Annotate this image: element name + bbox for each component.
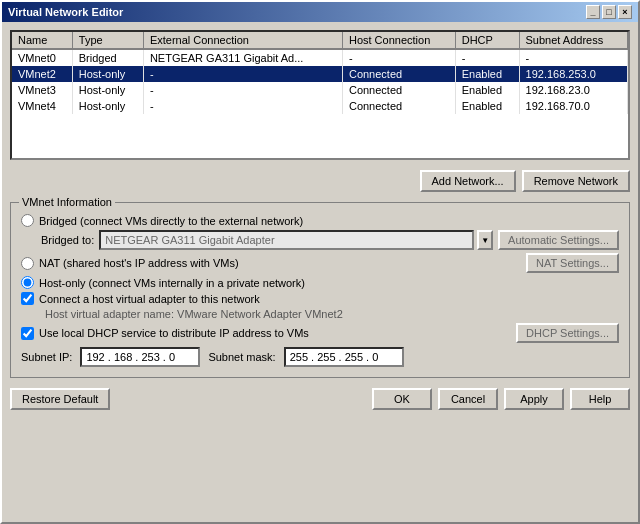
nat-label: NAT (shared host's IP address with VMs) bbox=[39, 257, 239, 269]
col-name: Name bbox=[12, 32, 72, 49]
auto-settings-button[interactable]: Automatic Settings... bbox=[498, 230, 619, 250]
dhcp-settings-button[interactable]: DHCP Settings... bbox=[516, 323, 619, 343]
hostonly-radio-row: Host-only (connect VMs internally in a p… bbox=[21, 276, 619, 289]
cell-external: - bbox=[143, 66, 342, 82]
cell-dhcp: - bbox=[455, 49, 519, 66]
restore-default-button[interactable]: Restore Default bbox=[10, 388, 110, 410]
cell-type: Host-only bbox=[72, 98, 143, 114]
host-adapter-name: Host virtual adapter name: VMware Networ… bbox=[45, 308, 619, 320]
host-adapter-label: Connect a host virtual adapter to this n… bbox=[39, 293, 260, 305]
col-type: Type bbox=[72, 32, 143, 49]
bottom-buttons-row: Restore Default OK Cancel Apply Help bbox=[10, 388, 630, 410]
help-button[interactable]: Help bbox=[570, 388, 630, 410]
cell-external: - bbox=[143, 82, 342, 98]
cell-host: Connected bbox=[342, 66, 455, 82]
cancel-button[interactable]: Cancel bbox=[438, 388, 498, 410]
cell-name: VMnet0 bbox=[12, 49, 72, 66]
minimize-button[interactable]: _ bbox=[586, 5, 600, 19]
bridged-to-dropdown-icon[interactable]: ▼ bbox=[477, 230, 493, 250]
table-row[interactable]: VMnet2Host-only-ConnectedEnabled192.168.… bbox=[12, 66, 628, 82]
network-table: Name Type External Connection Host Conne… bbox=[12, 32, 628, 114]
subnet-ip-label: Subnet IP: bbox=[21, 351, 72, 363]
cell-type: Host-only bbox=[72, 66, 143, 82]
vmnet-info-title: VMnet Information bbox=[19, 196, 115, 208]
network-table-container: Name Type External Connection Host Conne… bbox=[10, 30, 630, 160]
subnet-mask-label: Subnet mask: bbox=[208, 351, 275, 363]
nat-radio-row: NAT (shared host's IP address with VMs) … bbox=[21, 253, 619, 273]
cell-external: NETGEAR GA311 Gigabit Ad... bbox=[143, 49, 342, 66]
col-host: Host Connection bbox=[342, 32, 455, 49]
hostonly-label: Host-only (connect VMs internally in a p… bbox=[39, 277, 305, 289]
nat-settings-button[interactable]: NAT Settings... bbox=[526, 253, 619, 273]
subnet-ip-input[interactable] bbox=[80, 347, 200, 367]
bridged-to-row: Bridged to: ▼ Automatic Settings... bbox=[41, 230, 619, 250]
cell-dhcp: Enabled bbox=[455, 66, 519, 82]
table-row[interactable]: VMnet0BridgedNETGEAR GA311 Gigabit Ad...… bbox=[12, 49, 628, 66]
dhcp-check-row: Use local DHCP service to distribute IP … bbox=[21, 323, 619, 343]
bridged-radio-row: Bridged (connect VMs directly to the ext… bbox=[21, 214, 619, 227]
main-window: Virtual Network Editor _ □ × Name Type E… bbox=[0, 0, 640, 524]
maximize-button[interactable]: □ bbox=[602, 5, 616, 19]
cell-subnet: 192.168.23.0 bbox=[519, 82, 627, 98]
add-network-button[interactable]: Add Network... bbox=[420, 170, 516, 192]
nat-label-text: NAT (shared host's IP address with VMs) bbox=[39, 257, 239, 269]
cell-subnet: 192.168.253.0 bbox=[519, 66, 627, 82]
dhcp-label: Use local DHCP service to distribute IP … bbox=[39, 327, 309, 339]
bridged-to-label: Bridged to: bbox=[41, 234, 94, 246]
nat-radio[interactable] bbox=[21, 257, 34, 270]
hostonly-radio[interactable] bbox=[21, 276, 34, 289]
table-row[interactable]: VMnet3Host-only-ConnectedEnabled192.168.… bbox=[12, 82, 628, 98]
cell-host: Connected bbox=[342, 82, 455, 98]
window-title: Virtual Network Editor bbox=[8, 6, 123, 18]
col-subnet: Subnet Address bbox=[519, 32, 627, 49]
col-dhcp: DHCP bbox=[455, 32, 519, 49]
bridged-radio[interactable] bbox=[21, 214, 34, 227]
host-adapter-checkbox[interactable] bbox=[21, 292, 34, 305]
content-area: Name Type External Connection Host Conne… bbox=[2, 22, 638, 522]
cell-host: Connected bbox=[342, 98, 455, 114]
table-buttons-row: Add Network... Remove Network bbox=[10, 170, 630, 192]
cell-name: VMnet3 bbox=[12, 82, 72, 98]
vmnet-info-group: VMnet Information Bridged (connect VMs d… bbox=[10, 202, 630, 378]
title-bar: Virtual Network Editor _ □ × bbox=[2, 2, 638, 22]
col-external: External Connection bbox=[143, 32, 342, 49]
cell-type: Bridged bbox=[72, 49, 143, 66]
close-button[interactable]: × bbox=[618, 5, 632, 19]
bridged-label: Bridged (connect VMs directly to the ext… bbox=[39, 215, 303, 227]
cell-dhcp: Enabled bbox=[455, 98, 519, 114]
cell-dhcp: Enabled bbox=[455, 82, 519, 98]
subnet-row: Subnet IP: Subnet mask: bbox=[21, 347, 619, 367]
cell-subnet: 192.168.70.0 bbox=[519, 98, 627, 114]
title-bar-buttons: _ □ × bbox=[586, 5, 632, 19]
bridged-to-input[interactable] bbox=[99, 230, 474, 250]
ok-button[interactable]: OK bbox=[372, 388, 432, 410]
cell-subnet: - bbox=[519, 49, 627, 66]
dhcp-checkbox[interactable] bbox=[21, 327, 34, 340]
subnet-mask-input[interactable] bbox=[284, 347, 404, 367]
table-row[interactable]: VMnet4Host-only-ConnectedEnabled192.168.… bbox=[12, 98, 628, 114]
cell-type: Host-only bbox=[72, 82, 143, 98]
host-adapter-check-row: Connect a host virtual adapter to this n… bbox=[21, 292, 619, 305]
cell-name: VMnet4 bbox=[12, 98, 72, 114]
bottom-right-buttons: OK Cancel Apply Help bbox=[372, 388, 630, 410]
remove-network-button[interactable]: Remove Network bbox=[522, 170, 630, 192]
cell-external: - bbox=[143, 98, 342, 114]
cell-name: VMnet2 bbox=[12, 66, 72, 82]
apply-button[interactable]: Apply bbox=[504, 388, 564, 410]
cell-host: - bbox=[342, 49, 455, 66]
